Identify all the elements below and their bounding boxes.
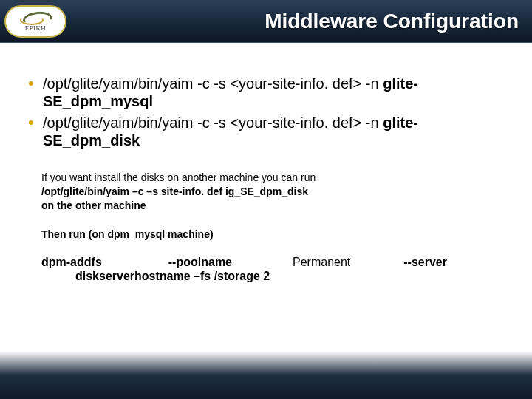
command-text: /opt/glite/yaim/bin/yaim -c -s <your-sit… xyxy=(43,75,379,92)
logo: EPIKH xyxy=(4,5,66,38)
command-block: dpm-addfs --poolname Permanent --server … xyxy=(41,255,510,283)
logo-text: EPIKH xyxy=(25,24,47,32)
content-area: /opt/glite/yaim/bin/yaim -c -s <your-sit… xyxy=(0,43,532,283)
title-bar: EPIKH Middleware Configuration xyxy=(0,0,532,43)
note-line-bold: /opt/glite/bin/yaim –c –s site-info. def… xyxy=(41,185,510,198)
page-title: Middleware Configuration xyxy=(66,10,532,33)
cmd-segment: dpm-addfs xyxy=(41,255,102,269)
then-line: Then run (on dpm_mysql machine) xyxy=(41,228,510,240)
list-item: /opt/glite/yaim/bin/yaim -c -s <your-sit… xyxy=(27,115,510,149)
cmd-segment: Permanent xyxy=(293,255,350,269)
cmd-segment: --poolname xyxy=(168,255,232,269)
note-line: If you want install the disks on another… xyxy=(41,171,510,184)
command-text: /opt/glite/yaim/bin/yaim -c -s <your-sit… xyxy=(43,115,379,131)
command-line-2: diskserverhostname –fs /storage 2 xyxy=(41,269,510,283)
note-line-bold: on the other machine xyxy=(41,200,510,212)
command-line-1: dpm-addfs --poolname Permanent --server xyxy=(41,255,510,269)
list-item: /opt/glite/yaim/bin/yaim -c -s <your-sit… xyxy=(27,75,510,110)
bullet-list: /opt/glite/yaim/bin/yaim -c -s <your-sit… xyxy=(27,75,510,149)
logo-swirl-icon xyxy=(18,10,52,24)
note-block: If you want install the disks on another… xyxy=(41,171,510,211)
cmd-segment: --server xyxy=(403,255,447,269)
slide: EPIKH Middleware Configuration /opt/glit… xyxy=(0,0,532,399)
